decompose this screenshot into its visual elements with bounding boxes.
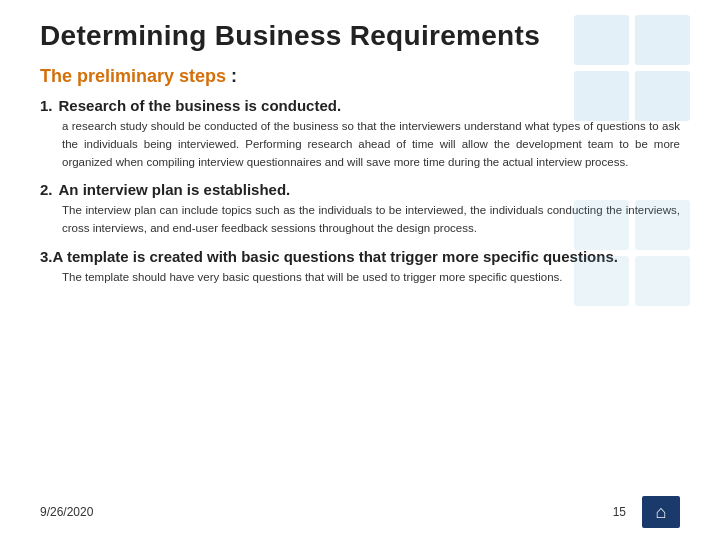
decorative-squares-mid <box>574 200 690 306</box>
step-1-heading-text: Research of the business is conducted. <box>59 97 342 114</box>
page: Determining Business Requirements The pr… <box>0 0 720 540</box>
colon: : <box>226 66 237 86</box>
step-2-heading-text: An interview plan is established. <box>59 181 291 198</box>
decorative-squares-top <box>574 15 690 121</box>
step-3-number: 3. <box>40 248 53 265</box>
footer: 9/26/2020 15 ⌂ <box>40 496 680 528</box>
step-2-heading: 2.An interview plan is established. <box>40 181 680 198</box>
home-button[interactable]: ⌂ <box>642 496 680 528</box>
step-1-number: 1. <box>40 97 53 114</box>
preliminary-label: The preliminary steps <box>40 66 226 86</box>
footer-page-number: 15 <box>613 505 626 519</box>
step-2-number: 2. <box>40 181 53 198</box>
home-icon: ⌂ <box>656 503 667 521</box>
footer-date: 9/26/2020 <box>40 505 93 519</box>
step-3-heading-text: A template is created with basic questio… <box>53 248 618 265</box>
step-1-body: a research study should be conducted of … <box>62 118 680 171</box>
